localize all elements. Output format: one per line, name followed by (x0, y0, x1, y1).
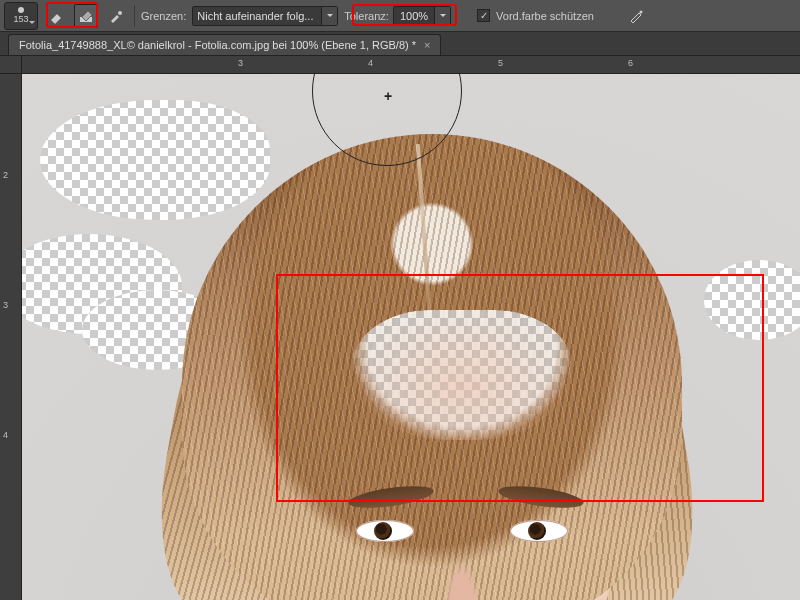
background-eraser-mode-button[interactable] (74, 4, 98, 28)
chevron-down-icon[interactable] (434, 7, 450, 25)
brush-size-value: 153 (13, 14, 28, 24)
document-tab[interactable]: Fotolia_41749888_XL© danielkrol - Fotoli… (8, 34, 441, 55)
tolerance-value: 100% (394, 10, 434, 22)
document-tab-bar: Fotolia_41749888_XL© danielkrol - Fotoli… (0, 32, 800, 56)
canvas-area[interactable]: + (22, 74, 800, 600)
photo-subject (142, 124, 722, 600)
protect-foreground-checkbox[interactable]: ✓ (477, 9, 490, 22)
brush-settings-button[interactable] (104, 4, 128, 28)
brush-cursor-center-icon: + (384, 88, 392, 104)
checkmark-icon: ✓ (480, 10, 488, 21)
ruler-mark: 6 (628, 58, 633, 68)
stylus-pressure-button[interactable] (624, 4, 648, 28)
svg-point-1 (118, 11, 122, 15)
ruler-mark: 5 (498, 58, 503, 68)
separator (134, 5, 135, 27)
brush-settings-icon (108, 8, 124, 24)
vertical-ruler[interactable]: 2 3 4 (0, 74, 22, 600)
svg-point-2 (639, 10, 642, 13)
brush-preset-picker[interactable]: 153 (4, 2, 38, 30)
eraser-icon (48, 8, 64, 24)
ruler-mark: 2 (3, 170, 8, 180)
options-bar: 153 Grenzen: Toleranz: 100% ✓ Vord.farbe… (0, 0, 800, 32)
ruler-mark: 4 (368, 58, 373, 68)
eraser-mode-button[interactable] (44, 4, 68, 28)
stylus-pressure-icon (628, 8, 644, 24)
limits-label: Grenzen: (141, 10, 186, 22)
close-icon[interactable]: × (424, 39, 430, 51)
ruler-mark: 3 (238, 58, 243, 68)
background-eraser-icon (78, 8, 94, 24)
brush-dot-icon (18, 7, 24, 13)
chevron-down-icon[interactable] (321, 7, 337, 25)
ruler-mark: 3 (3, 300, 8, 310)
document-tab-title: Fotolia_41749888_XL© danielkrol - Fotoli… (19, 39, 416, 51)
horizontal-ruler[interactable]: 3 4 5 6 (22, 56, 800, 74)
limits-value[interactable] (193, 10, 321, 22)
ruler-mark: 4 (3, 430, 8, 440)
limits-dropdown[interactable] (192, 6, 338, 26)
tolerance-label: Toleranz: (344, 10, 389, 22)
ruler-origin[interactable] (0, 56, 22, 74)
tolerance-field[interactable]: 100% (393, 6, 451, 26)
protect-foreground-label: Vord.farbe schützen (496, 10, 594, 22)
